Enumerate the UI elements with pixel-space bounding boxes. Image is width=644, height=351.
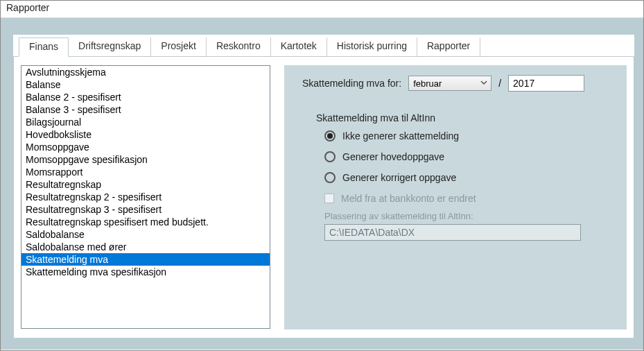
path-label: Plassering av skattemelding til AltInn: xyxy=(324,211,613,221)
tab-finans[interactable]: Finans xyxy=(19,37,69,57)
month-value: februar xyxy=(413,78,442,89)
list-item[interactable]: Saldobalanse med ører xyxy=(21,241,270,253)
list-item[interactable]: Skattemelding mva spesifikasjon xyxy=(21,266,270,278)
list-item[interactable]: Avslutningsskjema xyxy=(21,66,270,78)
list-item[interactable]: Resultatregnskap 3 - spesifisert xyxy=(21,203,270,216)
list-item[interactable]: Momsoppgave spesifikasjon xyxy=(21,153,270,166)
radio-row-1[interactable]: Generer hovedoppgave xyxy=(324,151,613,162)
radio-label: Generer hovedoppgave xyxy=(342,151,444,162)
chevron-down-icon xyxy=(480,78,488,87)
checkbox-label: Meld fra at bankkonto er endret xyxy=(341,193,476,204)
bank-checkbox-row: Meld fra at bankkonto er endret xyxy=(324,193,613,204)
options-panel: Skattemelding mva for: februar / Skattem… xyxy=(284,65,627,329)
list-item[interactable]: Resultatregnskap spesifisert med budsjet… xyxy=(21,216,270,228)
radio-icon[interactable] xyxy=(324,130,336,142)
tab-reskontro[interactable]: Reskontro xyxy=(207,37,271,56)
tab-kartotek[interactable]: Kartotek xyxy=(271,37,327,56)
period-row: Skattemelding mva for: februar / xyxy=(302,75,613,92)
window-title: Rapporter xyxy=(1,1,643,18)
list-item[interactable]: Resultatregnskap xyxy=(21,178,270,191)
list-item[interactable]: Momsrapport xyxy=(21,166,270,178)
period-separator: / xyxy=(498,78,501,89)
window: Rapporter Finans Driftsregnskap Prosjekt… xyxy=(0,0,644,351)
list-item[interactable]: Balanse 3 - spesifisert xyxy=(21,103,270,116)
list-item[interactable]: Resultatregnskap 2 - spesifisert xyxy=(21,191,270,203)
list-item[interactable]: Hovedboksliste xyxy=(21,128,270,141)
list-item[interactable]: Balanse 2 - spesifisert xyxy=(21,91,270,103)
list-item[interactable]: Saldobalanse xyxy=(21,228,270,241)
period-label: Skattemelding mva for: xyxy=(302,78,401,89)
list-item[interactable]: Momsoppgave xyxy=(21,141,270,153)
list-item[interactable]: Skattemelding mva xyxy=(21,253,270,266)
month-dropdown[interactable]: februar xyxy=(408,76,491,91)
tab-rapporter[interactable]: Rapporter xyxy=(417,37,480,56)
list-item[interactable]: Balanse xyxy=(21,78,270,91)
tab-page: AvslutningsskjemaBalanseBalanse 2 - spes… xyxy=(13,57,634,338)
report-listbox[interactable]: AvslutningsskjemaBalanseBalanse 2 - spes… xyxy=(21,65,270,329)
radio-row-2[interactable]: Generer korrigert oppgave xyxy=(324,172,613,183)
client-area: Finans Driftsregnskap Prosjekt Reskontro… xyxy=(1,18,643,350)
list-item[interactable]: Bilagsjournal xyxy=(21,116,270,128)
tab-strip: Finans Driftsregnskap Prosjekt Reskontro… xyxy=(13,35,634,57)
radio-icon[interactable] xyxy=(324,172,336,183)
tab-historisk-purring[interactable]: Historisk purring xyxy=(327,37,417,56)
radio-row-0[interactable]: Ikke generer skattemelding xyxy=(324,130,613,142)
radio-label: Generer korrigert oppgave xyxy=(342,172,456,183)
year-input[interactable] xyxy=(508,75,584,92)
path-input xyxy=(324,224,581,241)
radio-icon[interactable] xyxy=(324,151,336,162)
checkbox-icon xyxy=(324,194,334,203)
radio-label: Ikke generer skattemelding xyxy=(342,130,459,142)
tab-prosjekt[interactable]: Prosjekt xyxy=(151,37,207,56)
altinn-group: Skattemelding mva til AltInn Ikke genere… xyxy=(316,112,613,241)
tab-driftsregnskap[interactable]: Driftsregnskap xyxy=(69,37,151,56)
altinn-group-label: Skattemelding mva til AltInn xyxy=(316,112,613,123)
